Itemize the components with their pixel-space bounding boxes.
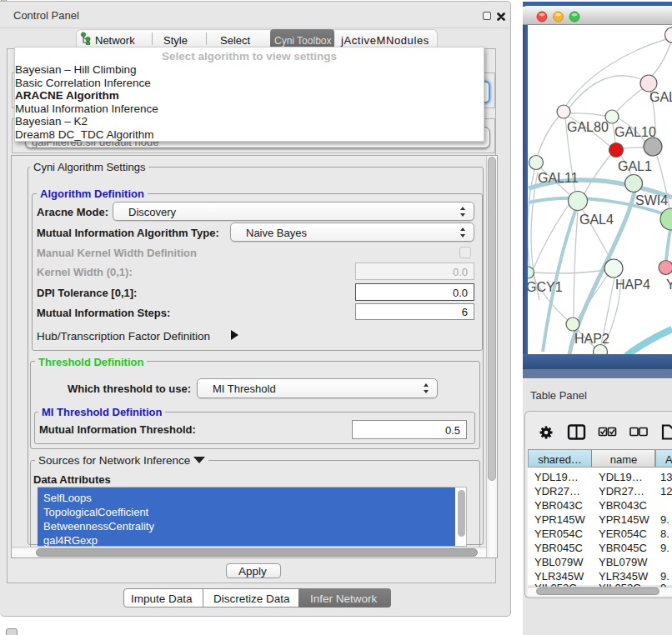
svg-text:GAL1: GAL1: [618, 159, 652, 173]
svg-text:SWI4: SWI4: [635, 193, 668, 208]
svg-text:YJ: YJ: [666, 278, 672, 292]
svg-text:GAL11: GAL11: [538, 171, 579, 185]
svg-text:GAL7: GAL7: [649, 90, 672, 104]
svg-text:GAL80: GAL80: [567, 120, 609, 134]
svg-text:GCY1: GCY1: [528, 280, 563, 294]
svg-text:HAP2: HAP2: [574, 332, 609, 346]
svg-text:HAP4: HAP4: [615, 278, 650, 292]
svg-text:GAL4: GAL4: [579, 212, 614, 227]
svg-text:GAL10: GAL10: [614, 125, 656, 139]
